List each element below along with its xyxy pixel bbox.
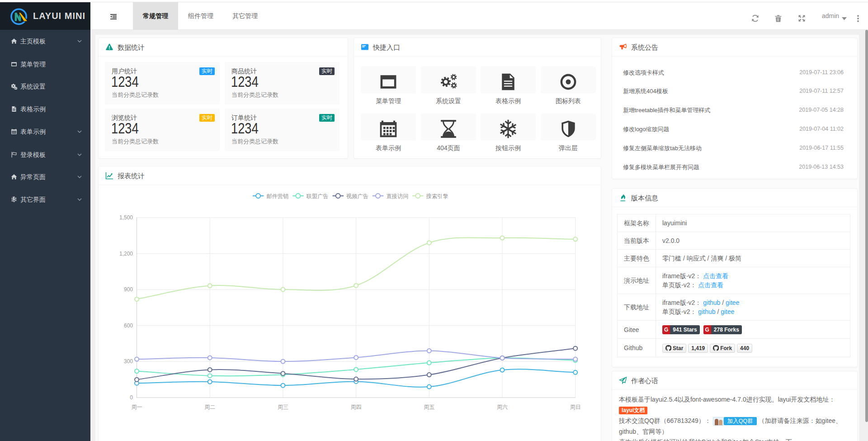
svg-text:直接访问: 直接访问 <box>386 193 408 199</box>
svg-text:300: 300 <box>124 358 133 365</box>
svg-text:1,500: 1,500 <box>119 214 133 221</box>
svg-text:视频广告: 视频广告 <box>346 193 368 199</box>
svg-text:0: 0 <box>130 394 133 401</box>
svg-text:周一: 周一 <box>132 404 142 410</box>
svg-text:周四: 周四 <box>351 404 362 410</box>
svg-text:600: 600 <box>124 322 133 329</box>
svg-text:900: 900 <box>124 286 133 293</box>
svg-text:搜索引擎: 搜索引擎 <box>426 193 448 199</box>
svg-text:周六: 周六 <box>497 404 508 410</box>
svg-text:联盟广告: 联盟广告 <box>306 193 329 199</box>
svg-text:周五: 周五 <box>424 404 434 410</box>
svg-text:周二: 周二 <box>204 404 215 410</box>
svg-text:周三: 周三 <box>278 404 288 410</box>
svg-text:1,200: 1,200 <box>119 251 133 257</box>
svg-text:邮件营销: 邮件营销 <box>266 193 288 199</box>
svg-text:周日: 周日 <box>570 404 581 410</box>
